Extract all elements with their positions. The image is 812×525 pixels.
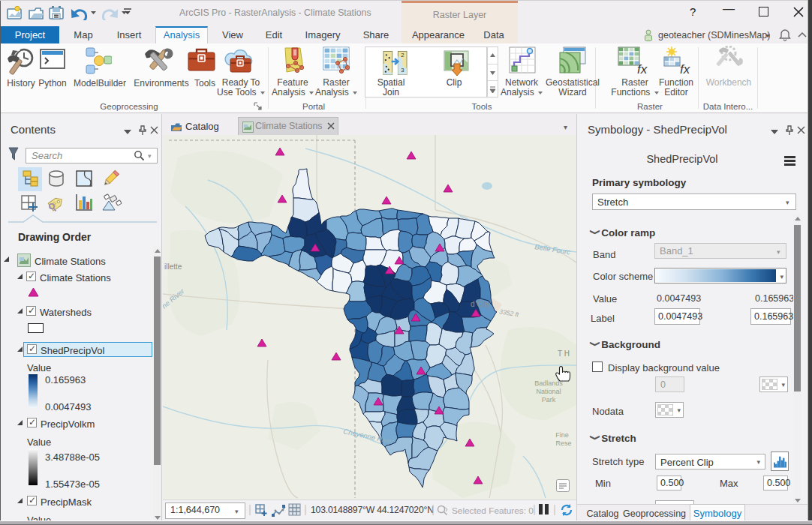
svg-text:Park: Park (542, 396, 556, 404)
svg-text:3: 3 (401, 67, 404, 74)
svg-text:T H: T H (558, 350, 570, 358)
svg-text:illette: illette (164, 262, 182, 271)
svg-text:d City: d City (471, 300, 490, 308)
svg-text:Rese: Rese (555, 440, 571, 447)
svg-text:fx: fx (637, 62, 648, 75)
svg-text:2: 2 (401, 52, 404, 58)
svg-text:National: National (536, 388, 561, 395)
svg-text:Fine: Fine (555, 431, 569, 439)
svg-text:fx: fx (680, 62, 690, 75)
svg-text:Badlands: Badlands (534, 380, 563, 387)
